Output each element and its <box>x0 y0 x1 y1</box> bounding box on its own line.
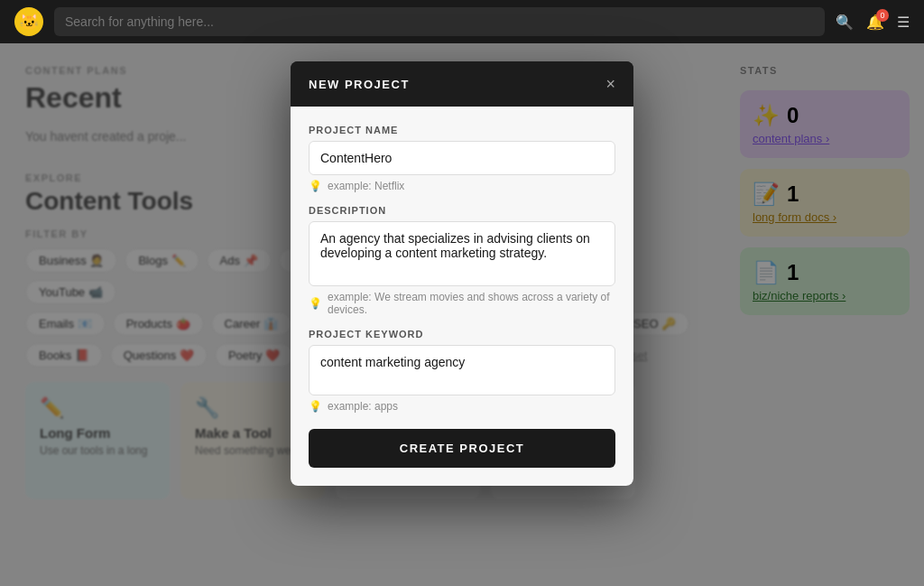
keyword-group: PROJECT KEYWORD content marketing agency… <box>309 329 615 413</box>
notification-icon[interactable]: 🔔 0 <box>866 14 884 31</box>
app-logo[interactable]: 🐱 <box>14 7 43 36</box>
create-project-button[interactable]: CREATE PROJECT <box>309 429 615 468</box>
project-name-group: PROJECT NAME 💡 example: Netflix <box>309 125 615 192</box>
project-name-hint-text: example: Netflix <box>328 180 404 192</box>
nav-icons: 🔍 🔔 0 ☰ <box>836 14 910 31</box>
description-textarea[interactable]: An agency that specializes in advising c… <box>309 221 615 286</box>
keyword-label: PROJECT KEYWORD <box>309 329 615 340</box>
hint-bulb-icon-2: 💡 <box>309 297 322 310</box>
description-hint: 💡 example: We stream movies and shows ac… <box>309 291 615 316</box>
search-input[interactable] <box>54 7 825 36</box>
keyword-hint-text: example: apps <box>328 400 398 413</box>
project-name-hint: 💡 example: Netflix <box>309 180 615 192</box>
top-navigation: 🐱 🔍 🔔 0 ☰ <box>0 0 924 43</box>
project-name-label: PROJECT NAME <box>309 125 615 135</box>
description-label: DESCRIPTION <box>309 205 615 216</box>
new-project-modal: NEW PROJECT × PROJECT NAME 💡 example: Ne… <box>291 61 633 486</box>
keyword-textarea[interactable]: content marketing agency <box>309 345 615 395</box>
description-hint-text: example: We stream movies and shows acro… <box>328 291 615 316</box>
menu-icon[interactable]: ☰ <box>897 14 910 31</box>
hint-bulb-icon-1: 💡 <box>309 180 322 192</box>
main-area: CONTENT PLANS Recent You havent created … <box>0 43 924 586</box>
notification-badge: 0 <box>876 9 889 22</box>
description-group: DESCRIPTION An agency that specializes i… <box>309 205 615 316</box>
keyword-hint: 💡 example: apps <box>309 400 615 413</box>
hint-bulb-icon-3: 💡 <box>309 400 322 413</box>
modal-body: PROJECT NAME 💡 example: Netflix DESCRIPT… <box>291 107 633 486</box>
modal-overlay: NEW PROJECT × PROJECT NAME 💡 example: Ne… <box>0 43 924 586</box>
project-name-input[interactable] <box>309 141 615 175</box>
modal-title: NEW PROJECT <box>309 78 410 91</box>
modal-header: NEW PROJECT × <box>291 61 633 107</box>
modal-close-button[interactable]: × <box>605 76 615 92</box>
search-icon[interactable]: 🔍 <box>836 14 854 31</box>
